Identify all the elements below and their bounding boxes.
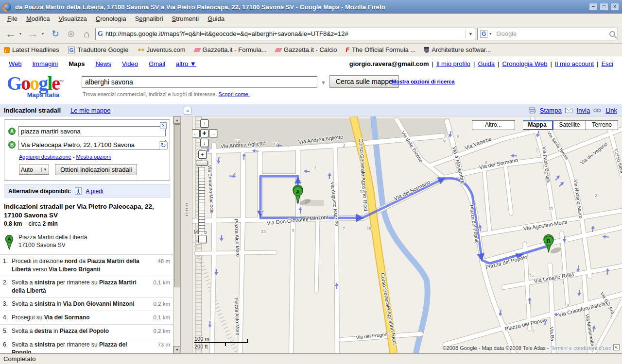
svg-text:A: A <box>296 189 300 195</box>
link-immagini[interactable]: Immagini <box>33 60 58 67</box>
house-number-label: 10 <box>548 206 553 211</box>
search-engine-icon[interactable]: G <box>480 30 487 38</box>
get-directions-button[interactable]: Ottieni indicazioni stradali <box>55 164 137 175</box>
travel-mode-select[interactable]: Auto▼ <box>19 165 49 175</box>
close-icon[interactable]: × <box>160 122 167 129</box>
direction-step[interactable]: 1.Procedi in direzione nord da Piazza Ma… <box>0 254 173 276</box>
search-placeholder[interactable]: Google <box>496 30 607 37</box>
bookmark-traduttore[interactable]: GTraduttore Google <box>68 46 129 53</box>
bookmark-architetture[interactable]: Architetture softwar... <box>424 46 491 53</box>
a-piedi-link[interactable]: A piedi <box>86 188 103 195</box>
menu-item-guida[interactable]: Guida <box>203 14 229 23</box>
destination-input[interactable] <box>18 140 166 150</box>
zoom-in-icon[interactable]: + <box>198 150 207 159</box>
menu-item-modifica[interactable]: Modifica <box>22 14 54 23</box>
map-search-input[interactable] <box>82 76 317 88</box>
stop-button[interactable]: ⊗ <box>64 27 78 41</box>
back-dropdown-icon[interactable]: ▾ <box>19 32 24 36</box>
report-corner-icon[interactable]: ↖ <box>613 344 620 350</box>
close-button[interactable]: × <box>610 3 619 11</box>
search-hint: Trova esercizi commerciali, indirizzi e … <box>83 91 250 97</box>
menu-item-cronologia[interactable]: Cronologia <box>91 14 131 23</box>
link-esci[interactable]: Esci <box>601 60 613 67</box>
pan-down-icon[interactable]: ↓ <box>200 139 208 147</box>
zoom-slider-thumb[interactable] <box>196 161 208 165</box>
link-gmail[interactable]: Gmail <box>149 60 165 67</box>
link-mio-account[interactable]: Il mio account <box>555 60 594 67</box>
back-button[interactable]: ← <box>4 27 17 41</box>
maximize-button[interactable]: □ <box>600 3 608 11</box>
house-number-label: 8 <box>567 303 570 308</box>
terms-link[interactable]: Termini e condizioni d'uso <box>550 345 611 351</box>
scroll-down-icon[interactable]: ▼ <box>173 346 181 353</box>
pan-center-icon[interactable]: ✚ <box>200 129 208 137</box>
forward-button[interactable]: → <box>26 27 40 41</box>
pan-left-icon[interactable]: ← <box>192 129 200 137</box>
show-options-link[interactable]: Mostra opzioni <box>76 154 111 160</box>
suggest-dropdown-icon[interactable]: ▼ <box>321 80 326 85</box>
panel-splitter[interactable] <box>180 116 192 353</box>
url-bar[interactable]: G http://maps.google.it/maps?f=q&hl=it&g… <box>95 28 475 40</box>
sidebar-scrollbar[interactable]: ▲ ▼ <box>173 116 180 353</box>
swap-waypoints-icon[interactable]: ↻ <box>159 141 168 150</box>
menu-item-segnalibri[interactable]: Segnalibri <box>131 14 168 23</box>
link-cronologia-web[interactable]: Cronologia Web <box>502 60 547 67</box>
engine-dropdown-icon[interactable]: ▾ <box>489 32 494 36</box>
direction-step[interactable]: 4.Prosegui su Via dei Sormano0,1 km <box>0 311 173 324</box>
stampa-link[interactable]: Stampa <box>540 107 562 114</box>
scopri-come-link[interactable]: Scopri come. <box>219 91 250 97</box>
add-destination-link[interactable]: Aggiungi destinazione <box>19 154 71 160</box>
scroll-up-icon[interactable]: ▲ <box>173 116 181 124</box>
web-search-box[interactable]: G ▾ Google <box>477 28 618 40</box>
zoom-slider-track[interactable] <box>198 167 205 234</box>
invia-link[interactable]: Invia <box>577 107 590 114</box>
step-number: 3. <box>3 300 12 308</box>
directions-steps: 1.Procedi in direzione nord da Piazza Ma… <box>0 254 173 353</box>
direction-step[interactable]: 6.Svolta a sinistra per rimanere su Piaz… <box>0 338 173 353</box>
bookmark-latest-headlines[interactable]: Latest Headlines <box>4 46 59 53</box>
search-options-link[interactable]: Mostra opzioni di ricerca <box>392 79 455 84</box>
search-maps-button[interactable]: Cerca sulle mappe <box>329 75 399 88</box>
bookmark-gazzetta-formula[interactable]: Gazzetta.it - Formula... <box>194 46 267 53</box>
menu-item-file[interactable]: File <box>3 14 22 23</box>
url-text[interactable]: http://maps.google.it/maps?f=q&hl=it&geo… <box>105 30 463 37</box>
url-dropdown-icon[interactable]: ▼ <box>466 30 473 38</box>
map-type-mappa[interactable]: Mappa <box>523 120 553 130</box>
map-type-altro[interactable]: Altro... <box>472 120 515 130</box>
splitter-grip[interactable] <box>186 203 188 217</box>
bookmark-juventus[interactable]: ★★Juventus.com <box>137 46 185 53</box>
home-button[interactable]: ⌂ <box>80 27 93 41</box>
direction-step[interactable]: 3.Svolta a sinistra in Via Don Giovanni … <box>0 297 173 311</box>
bookmark-formula1[interactable]: FThe Official Formula ... <box>346 46 416 53</box>
menu-item-strumenti[interactable]: Strumenti <box>168 14 204 23</box>
pan-up-icon[interactable]: ↑ <box>200 119 208 128</box>
scrollbar-thumb[interactable] <box>174 124 180 287</box>
direction-step[interactable]: 5.Svolta a destra in Piazza del Popolo0,… <box>0 324 173 338</box>
house-number-label: 8 <box>457 134 459 139</box>
reload-button[interactable]: ↻ <box>49 27 62 41</box>
search-icon[interactable] <box>609 31 615 37</box>
link-profilo[interactable]: Il mio profilo <box>436 60 470 67</box>
permalink-link[interactable]: Link <box>605 107 617 114</box>
map-type-satellite[interactable]: Satellite <box>553 120 587 130</box>
minimize-button[interactable]: – <box>589 3 598 11</box>
link-altro[interactable]: altro ▼ <box>176 60 196 67</box>
map-type-terreno[interactable]: Terreno <box>586 120 618 130</box>
step-text: Procedi in direzione nord da Piazza Mart… <box>12 257 149 273</box>
forward-dropdown-icon[interactable]: ▾ <box>42 32 47 36</box>
bookmark-gazzetta-calcio[interactable]: Gazzetta.it - Calcio <box>276 46 337 53</box>
house-number-label: 2 <box>610 314 612 319</box>
collapse-panel-button[interactable]: « <box>184 107 191 115</box>
origin-input[interactable] <box>18 126 166 136</box>
link-news[interactable]: News <box>95 60 111 67</box>
menu-item-visualizza[interactable]: Visualizza <box>54 14 91 23</box>
pan-right-icon[interactable]: → <box>209 129 217 137</box>
map-canvas[interactable]: A B Via Andrea AgliettoVia Andrea Agliet… <box>192 116 622 353</box>
link-video[interactable]: Video <box>122 60 138 67</box>
link-guida[interactable]: Guida <box>478 60 495 67</box>
direction-step[interactable]: 2.Svolta a sinistra per rimanere su Piaz… <box>0 276 173 297</box>
zoom-out-icon[interactable]: − <box>198 235 207 243</box>
link-web[interactable]: Web <box>9 60 22 67</box>
le-mie-mappe-link[interactable]: Le mie mappe <box>70 107 110 114</box>
step-number: 2. <box>3 279 12 295</box>
